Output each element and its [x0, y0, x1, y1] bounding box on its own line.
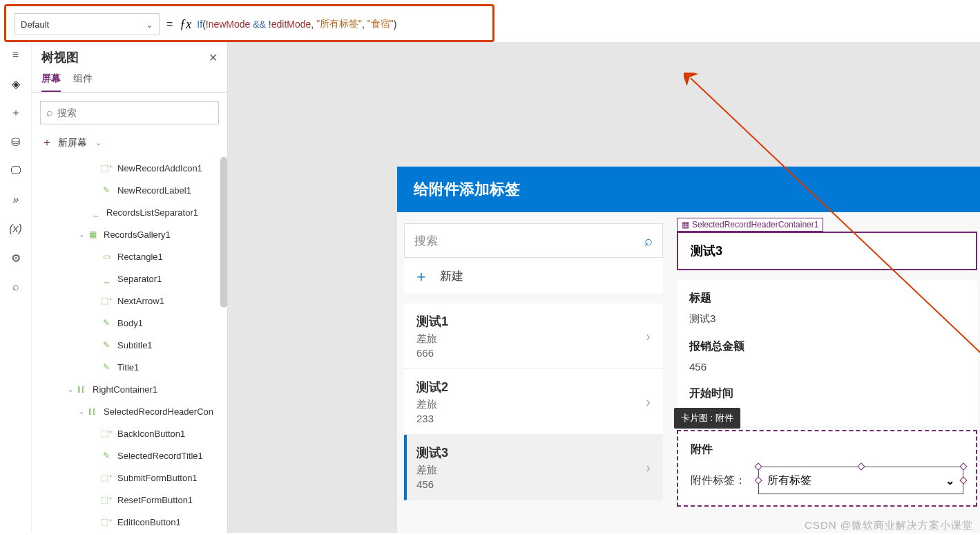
- control-icon: ⫿⫿: [87, 406, 98, 417]
- tab-components[interactable]: 组件: [73, 73, 93, 92]
- tree-item[interactable]: ⎯RecordsListSeparator1: [32, 201, 227, 223]
- chevron-down-icon: ⌄: [76, 408, 87, 415]
- formula-bar-highlight: Default ⌄ = ƒx If(!newMode && !editMode,…: [4, 4, 494, 42]
- attachment-tag-label: 附件标签：: [691, 473, 746, 488]
- record-item[interactable]: 测试2差旅233›: [404, 369, 663, 435]
- plus-icon: ＋: [41, 135, 52, 150]
- flows-icon[interactable]: »: [7, 193, 24, 207]
- tree-item[interactable]: ⬚⁺NextArrow1: [32, 290, 227, 312]
- tree-item[interactable]: ⬚⁺BackIconButton1: [32, 422, 227, 444]
- attachment-card[interactable]: 卡片图 : 附件 附件 附件标签： 所有标签 ⌄: [677, 430, 977, 507]
- tree-item[interactable]: ⬚⁺SubmitFormButton1: [32, 467, 227, 489]
- tree-item[interactable]: ⬚⁺NewRecordAddIcon1: [32, 157, 227, 179]
- tree-item[interactable]: ⌄⫿⫿SelectedRecordHeaderCon: [32, 400, 227, 422]
- record-number: 456: [416, 478, 448, 490]
- tree-search-box[interactable]: ⌕: [40, 101, 219, 124]
- control-icon: ⬚⁺: [101, 472, 112, 483]
- tree-item[interactable]: ✎Subtitle1: [32, 334, 227, 356]
- chevron-down-icon: ⌄: [95, 138, 102, 147]
- tree-item[interactable]: ✎Body1: [32, 312, 227, 334]
- tree-panel-title: 树视图: [41, 49, 79, 66]
- property-selector[interactable]: Default ⌄: [15, 13, 160, 35]
- scrollbar-vertical[interactable]: [220, 157, 227, 308]
- tree-item-label: RightContainer1: [93, 384, 157, 395]
- search-rail-icon[interactable]: ⌕: [9, 280, 23, 294]
- new-screen-label: 新屏幕: [58, 137, 87, 149]
- record-item[interactable]: 测试1差旅666›: [404, 303, 663, 369]
- control-icon: ⎯: [90, 207, 101, 218]
- tree-item[interactable]: ⎯Separator1: [32, 268, 227, 290]
- record-subtitle: 差旅: [416, 464, 448, 477]
- variables-icon[interactable]: (x): [9, 222, 23, 236]
- tree-item[interactable]: ✎Title1: [32, 356, 227, 378]
- plus-icon: ＋: [414, 266, 429, 287]
- media-icon[interactable]: 🖵: [9, 164, 23, 178]
- app-header-title: 给附件添加标签: [397, 167, 980, 212]
- new-screen-button[interactable]: ＋ 新屏幕 ⌄: [32, 133, 227, 157]
- canvas-area[interactable]: 给附件添加标签 搜索 ⌕ ＋ 新建 测试1差旅666›测试2差旅233›测试3差…: [228, 42, 980, 533]
- tree-item[interactable]: ▭Rectangle1: [32, 245, 227, 268]
- tree-item[interactable]: ⬚⁺EditIconButton1: [32, 511, 227, 533]
- chevron-right-icon: ›: [646, 328, 651, 344]
- control-icon: ⎯: [101, 273, 112, 284]
- tree-search-input[interactable]: [57, 107, 213, 118]
- tree-item[interactable]: ✎SelectedRecordTitle1: [32, 444, 227, 467]
- resize-handle[interactable]: [857, 462, 865, 470]
- search-icon: ⌕: [644, 233, 653, 249]
- attachment-label: 附件: [691, 442, 963, 457]
- field-amount-label: 报销总金额: [689, 339, 965, 354]
- resize-handle[interactable]: [754, 462, 762, 470]
- control-icon: ⬚⁺: [101, 162, 112, 173]
- control-icon: ⫿⫿: [76, 384, 87, 395]
- tree-item[interactable]: ⌄▦RecordsGallery1: [32, 223, 227, 245]
- tree-items-list: ⬚⁺NewRecordAddIcon1✎NewRecordLabel1⎯Reco…: [32, 157, 227, 533]
- tree-item[interactable]: ✎NewRecordLabel1: [32, 179, 227, 201]
- formula-input[interactable]: If(!newMode && !editMode, "所有标签", "食宿"): [197, 13, 484, 35]
- app-screen: 给附件添加标签 搜索 ⌕ ＋ 新建 测试1差旅666›测试2差旅233›测试3差…: [397, 167, 980, 533]
- control-icon: ⬚⁺: [101, 295, 112, 306]
- resize-handle[interactable]: [959, 476, 967, 484]
- chevron-down-icon: ⌄: [65, 386, 76, 393]
- selected-record-header[interactable]: ▦ SelectedRecordHeaderContainer1 测试3: [677, 232, 977, 270]
- control-icon: ✎: [101, 362, 112, 373]
- control-icon: ✎: [101, 339, 112, 350]
- record-subtitle: 差旅: [416, 332, 448, 346]
- hamburger-icon[interactable]: ≡: [9, 48, 23, 62]
- dropdown-value: 所有标签: [767, 473, 811, 488]
- chevron-down-icon: ⌄: [146, 19, 153, 30]
- search-placeholder: 搜索: [414, 233, 438, 249]
- tree-item-label: SubmitFormButton1: [117, 473, 198, 483]
- attachment-tag-dropdown[interactable]: 所有标签 ⌄: [758, 467, 963, 494]
- insert-icon[interactable]: ＋: [9, 106, 23, 120]
- tools-icon[interactable]: ⚙: [9, 251, 23, 265]
- tree-view-icon[interactable]: ◈: [9, 77, 23, 91]
- record-item[interactable]: 测试3差旅456›: [404, 435, 663, 500]
- new-record-button[interactable]: ＋ 新建: [404, 258, 663, 295]
- tree-item-label: SelectedRecordTitle1: [117, 451, 203, 461]
- selected-record-title: 测试3: [691, 244, 722, 258]
- tree-item-label: NextArrow1: [117, 296, 164, 306]
- control-icon: ▭: [101, 251, 112, 262]
- record-title: 测试1: [416, 313, 448, 330]
- record-number: 233: [416, 413, 448, 424]
- resize-handle[interactable]: [754, 476, 762, 484]
- data-icon[interactable]: ⛁: [9, 135, 23, 149]
- tree-item-label: NewRecordLabel1: [117, 185, 191, 196]
- record-title: 测试2: [416, 379, 448, 395]
- card-tooltip: 卡片图 : 附件: [674, 408, 740, 429]
- chevron-down-icon: ⌄: [945, 474, 954, 487]
- field-title-label: 标题: [689, 291, 965, 306]
- control-icon: ⬚⁺: [101, 428, 112, 439]
- tree-view-panel: 树视图 ✕ 屏幕 组件 ⌕ ＋ 新屏幕 ⌄ ⬚⁺NewRecordAddIcon…: [32, 42, 228, 533]
- tree-item[interactable]: ⌄⫿⫿RightContainer1: [32, 378, 227, 400]
- tree-item[interactable]: ⬚⁺ResetFormButton1: [32, 489, 227, 511]
- fx-icon: ƒx: [180, 13, 191, 35]
- tab-screens[interactable]: 屏幕: [41, 73, 61, 92]
- resize-handle[interactable]: [959, 462, 967, 470]
- close-icon[interactable]: ✕: [209, 51, 218, 64]
- app-search-box[interactable]: 搜索 ⌕: [404, 223, 663, 258]
- tree-item-label: Body1: [117, 318, 143, 328]
- selection-tag: ▦ SelectedRecordHeaderContainer1: [677, 218, 823, 232]
- record-subtitle: 差旅: [416, 398, 448, 411]
- control-icon: ⬚⁺: [101, 516, 112, 527]
